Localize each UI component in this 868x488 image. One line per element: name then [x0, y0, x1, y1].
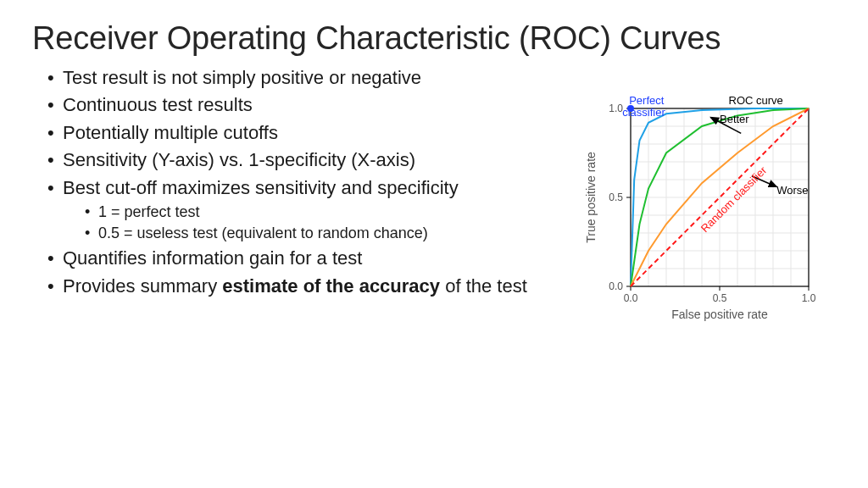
svg-text:0.5: 0.5	[609, 191, 623, 203]
bullet-item: Continuous test results	[47, 93, 573, 118]
slide-body: Test result is not simply positive or ne…	[32, 66, 836, 346]
roc-chart: 0.00.51.00.00.51.0False positive rateTru…	[581, 66, 836, 346]
bullet-item: Test result is not simply positive or ne…	[47, 66, 573, 91]
svg-text:ROC curve: ROC curve	[729, 94, 783, 107]
svg-text:1.0: 1.0	[802, 292, 816, 304]
svg-text:Random classifier: Random classifier	[698, 164, 770, 235]
svg-text:Better: Better	[720, 112, 749, 125]
bullet-item: Sensitivity (Y-axis) vs. 1-specificity (…	[47, 148, 573, 173]
svg-text:False positive rate: False positive rate	[671, 308, 768, 321]
svg-text:Perfectclassifier: Perfectclassifier	[622, 94, 665, 119]
bullet-item: Provides summary estimate of the accurac…	[47, 274, 573, 299]
bullet-item: Quantifies information gain for a test	[47, 247, 573, 271]
sub-bullet-item: 0.5 = useless test (equivalent to random…	[85, 224, 573, 243]
svg-text:Worse: Worse	[776, 183, 808, 196]
svg-text:0.5: 0.5	[713, 292, 727, 304]
svg-text:0.0: 0.0	[609, 280, 623, 292]
bullet-item: Potentially multiple cutoffs	[47, 121, 573, 146]
svg-text:True positive rate: True positive rate	[584, 152, 598, 243]
slide-title: Receiver Operating Characteristic (ROC) …	[32, 20, 836, 58]
sub-bullet-item: 1 = perfect test	[85, 202, 573, 222]
svg-text:1.0: 1.0	[609, 103, 623, 114]
bullet-list: Test result is not simply positive or ne…	[32, 66, 573, 346]
svg-text:0.0: 0.0	[624, 292, 638, 304]
bullet-item: Best cut-off maximizes sensitivity and s…	[47, 176, 573, 243]
